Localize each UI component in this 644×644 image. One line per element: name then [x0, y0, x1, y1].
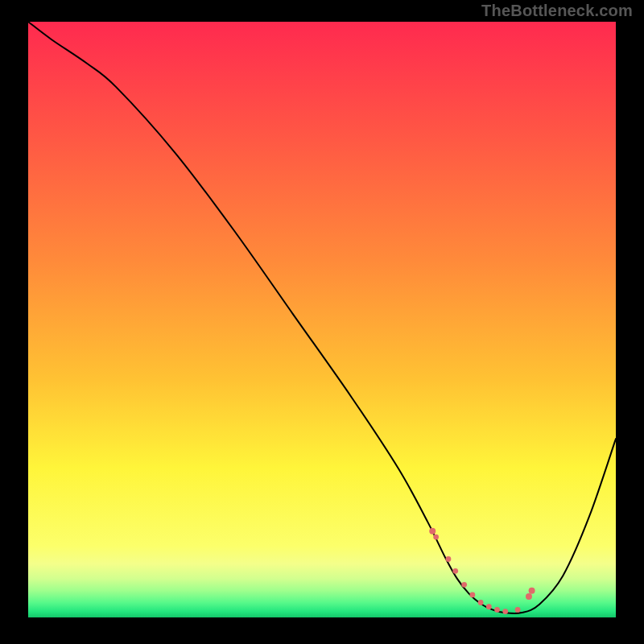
marker-dot — [502, 609, 508, 614]
marker-dot — [433, 535, 439, 540]
gradient-background — [28, 22, 616, 617]
marker-dot — [452, 568, 458, 574]
chart-svg — [28, 22, 616, 617]
chart-frame: TheBottleneck.com — [0, 0, 644, 644]
plot-inner — [28, 22, 616, 617]
plot-area — [28, 22, 616, 617]
marker-dot — [429, 528, 436, 535]
marker-dot — [461, 582, 467, 588]
marker-dot — [529, 588, 535, 594]
marker-dot — [494, 607, 500, 613]
marker-dot — [446, 556, 452, 562]
marker-dot — [469, 592, 475, 597]
marker-dot — [515, 607, 521, 613]
marker-dot — [526, 593, 532, 600]
marker-dot — [486, 604, 492, 609]
marker-dot — [478, 600, 484, 605]
attribution-text: TheBottleneck.com — [481, 2, 633, 20]
